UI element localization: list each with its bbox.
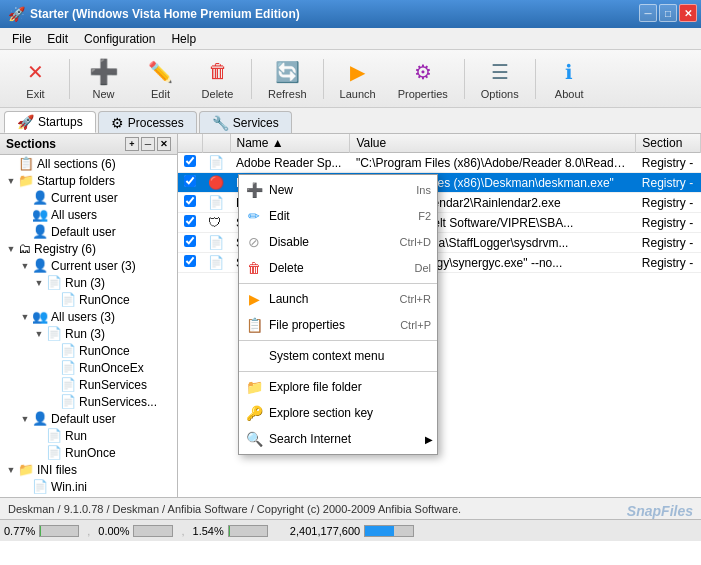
ctx-system-context[interactable]: System context menu (239, 343, 437, 369)
maximize-button[interactable]: □ (659, 4, 677, 22)
sections-header: Sections + ─ ✕ (0, 134, 177, 155)
ini-files-icon: 📁 (18, 462, 34, 477)
runonceex-label: RunOnceEx (79, 361, 144, 375)
col-check[interactable] (178, 134, 202, 153)
cpu1-bar (39, 525, 79, 537)
section-add-btn[interactable]: + (125, 137, 139, 151)
tree-all-sections[interactable]: 📋 All sections (6) (0, 155, 177, 172)
tree-run-3b[interactable]: ▼ 📄 Run (3) (0, 325, 177, 342)
tree-runonceex[interactable]: 📄 RunOnceEx (0, 359, 177, 376)
refresh-button[interactable]: 🔄 Refresh (258, 54, 317, 104)
minimize-button[interactable]: ─ (639, 4, 657, 22)
launch-button[interactable]: ▶ Launch (330, 54, 386, 104)
exit-button[interactable]: ✕ Exit (8, 54, 63, 104)
run-3b-icon: 📄 (46, 326, 62, 341)
tree-run-3[interactable]: ▼ 📄 Run (3) (0, 274, 177, 291)
row-checkbox[interactable] (178, 173, 202, 193)
context-menu: ➕ New Ins ✏ Edit F2 ⊘ Disable Ctrl+D 🗑 D… (238, 174, 438, 455)
delete-button[interactable]: 🗑 Delete (190, 54, 245, 104)
tab-processes[interactable]: ⚙ Processes (98, 111, 197, 133)
ctx-explore-key-icon: 🔑 (245, 404, 263, 422)
ctx-launch-icon: ▶ (245, 290, 263, 308)
ctx-new[interactable]: ➕ New Ins (239, 177, 437, 203)
tree-registry-current-user[interactable]: ▼ 👤 Current user (3) (0, 257, 177, 274)
tree-runonce-def[interactable]: 📄 RunOnce (0, 444, 177, 461)
row-section: Registry - (636, 193, 701, 213)
tree-all-users[interactable]: 👥 All users (0, 206, 177, 223)
ctx-search-internet[interactable]: 🔍 Search Internet ▶ (239, 426, 437, 452)
toolbar-separator-5 (535, 59, 536, 99)
status-text: Deskman / 9.1.0.78 / Deskman / Anfibia S… (8, 503, 461, 515)
row-checkbox[interactable] (178, 213, 202, 233)
edit-button[interactable]: ✏️ Edit (133, 54, 188, 104)
default-user-icon: 👤 (32, 224, 48, 239)
row-icon: 📄 (202, 193, 230, 213)
row-checkbox[interactable] (178, 253, 202, 273)
col-icon[interactable] (202, 134, 230, 153)
ctx-edit[interactable]: ✏ Edit F2 (239, 203, 437, 229)
row-checkbox[interactable] (178, 193, 202, 213)
ctx-new-shortcut: Ins (416, 184, 431, 196)
menu-help[interactable]: Help (163, 30, 204, 48)
ctx-disable[interactable]: ⊘ Disable Ctrl+D (239, 229, 437, 255)
col-name[interactable]: Name ▲ (230, 134, 350, 153)
tree-default-user2[interactable]: ▼ 👤 Default user (0, 410, 177, 427)
about-button[interactable]: ℹ About (542, 54, 597, 104)
tab-startups[interactable]: 🚀 Startups (4, 111, 96, 133)
options-button[interactable]: ☰ Options (471, 54, 529, 104)
ctx-explore-key[interactable]: 🔑 Explore section key (239, 400, 437, 426)
menu-configuration[interactable]: Configuration (76, 30, 163, 48)
row-checkbox[interactable] (178, 233, 202, 253)
tree-runservices[interactable]: 📄 RunServices (0, 376, 177, 393)
tree-default-user[interactable]: 👤 Default user (0, 223, 177, 240)
row-checkbox[interactable] (178, 153, 202, 173)
expand-icon (46, 344, 60, 358)
section-minus-btn[interactable]: ─ (141, 137, 155, 151)
about-label: About (555, 88, 584, 100)
all-users-label: All users (51, 208, 97, 222)
ctx-edit-shortcut: F2 (418, 210, 431, 222)
row-value: "C:\Program Files (x86)\Adobe/Reader 8.0… (350, 153, 636, 173)
tree-run-def[interactable]: 📄 Run (0, 427, 177, 444)
ctx-arrow-icon: ▶ (425, 434, 433, 445)
close-button[interactable]: ✕ (679, 4, 697, 22)
title-bar: 🚀 Starter (Windows Vista Home Premium Ed… (0, 0, 701, 28)
tree-ini-files[interactable]: ▼ 📁 INI files (0, 461, 177, 478)
refresh-icon: 🔄 (273, 58, 301, 86)
ctx-delete[interactable]: 🗑 Delete Del (239, 255, 437, 281)
ctx-launch-label: Launch (269, 292, 308, 306)
tree-win-ini[interactable]: 📄 Win.ini (0, 478, 177, 495)
new-label: New (92, 88, 114, 100)
tree-runservices2[interactable]: 📄 RunServices... (0, 393, 177, 410)
options-icon: ☰ (486, 58, 514, 86)
ctx-explore-folder[interactable]: 📁 Explore file folder (239, 374, 437, 400)
ctx-new-icon: ➕ (245, 181, 263, 199)
cpu2-value: 0.00% (98, 525, 129, 537)
cpu3-bar (228, 525, 268, 537)
tab-services[interactable]: 🔧 Services (199, 111, 292, 133)
section-x-btn[interactable]: ✕ (157, 137, 171, 151)
ctx-file-props-icon: 📋 (245, 316, 263, 334)
tree-startup-folders[interactable]: ▼ 📁 Startup folders (0, 172, 177, 189)
cpu2-bar (133, 525, 173, 537)
ctx-launch[interactable]: ▶ Launch Ctrl+R (239, 286, 437, 312)
col-value[interactable]: Value (350, 134, 636, 153)
menu-file[interactable]: File (4, 30, 39, 48)
ctx-delete-label: Delete (269, 261, 304, 275)
tree-runonce2[interactable]: 📄 RunOnce (0, 342, 177, 359)
startups-tab-icon: 🚀 (17, 114, 34, 130)
table-row[interactable]: 📄 Adobe Reader Sp... "C:\Program Files (… (178, 153, 701, 173)
options-label: Options (481, 88, 519, 100)
tree-all-users-3[interactable]: ▼ 👥 All users (3) (0, 308, 177, 325)
run-def-icon: 📄 (46, 428, 62, 443)
tree-current-user[interactable]: 👤 Current user (0, 189, 177, 206)
properties-button[interactable]: ⚙ Properties (388, 54, 458, 104)
tree-registry[interactable]: ▼ 🗂 Registry (6) (0, 240, 177, 257)
new-button[interactable]: ➕ New (76, 54, 131, 104)
current-user-label: Current user (51, 191, 118, 205)
tree-runonce[interactable]: 📄 RunOnce (0, 291, 177, 308)
col-section[interactable]: Section (636, 134, 701, 153)
runonce2-icon: 📄 (60, 343, 76, 358)
menu-edit[interactable]: Edit (39, 30, 76, 48)
ctx-file-properties[interactable]: 📋 File properties Ctrl+P (239, 312, 437, 338)
